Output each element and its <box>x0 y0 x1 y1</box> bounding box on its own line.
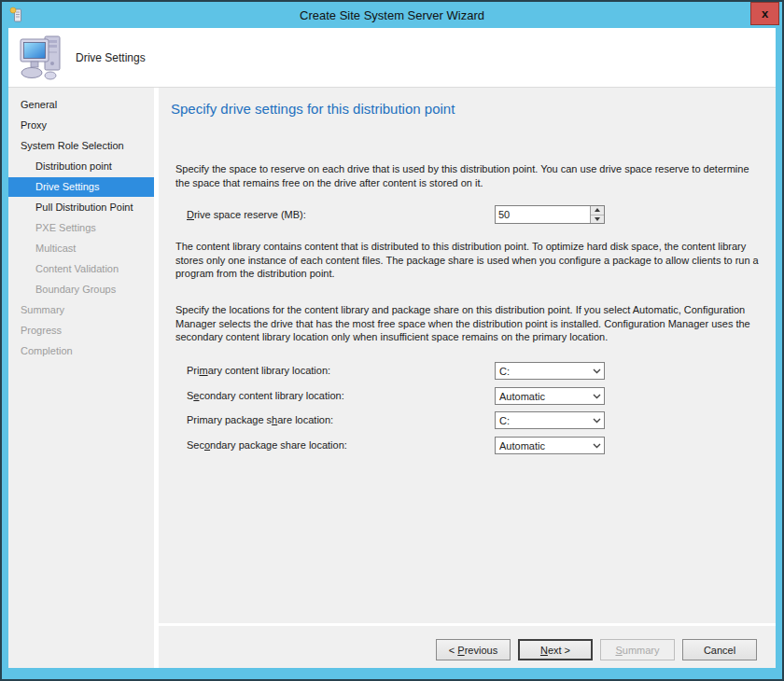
wizard-body: General Proxy System Role Selection Dist… <box>8 88 776 668</box>
cancel-button[interactable]: Cancel <box>682 639 757 660</box>
wizard-app-icon <box>8 7 25 23</box>
down-arrow-icon <box>595 217 600 221</box>
chevron-down-icon <box>589 443 604 449</box>
drive-space-reserve-label: Drive space reserve (MB): <box>187 206 306 224</box>
secondary-package-share-label: Secondary package share location: <box>187 437 347 454</box>
drive-space-reserve-spinner <box>495 205 605 224</box>
previous-button[interactable]: < Previous <box>436 639 511 660</box>
main-column: Specify drive settings for this distribu… <box>159 88 776 668</box>
nav-item-pxe-settings: PXE Settings <box>8 218 154 238</box>
secondary-package-share-value: Automatic <box>496 440 589 452</box>
nav-item-proxy[interactable]: Proxy <box>8 116 154 135</box>
spinner-up-button[interactable] <box>591 206 604 215</box>
window-title: Create Site System Server Wizard <box>300 8 484 22</box>
up-arrow-icon <box>595 208 600 212</box>
spinner-buttons <box>590 206 604 223</box>
page-content: Specify drive settings for this distribu… <box>159 88 776 623</box>
button-bar: < Previous Next > Summary Cancel <box>159 626 776 668</box>
secondary-package-share-select[interactable]: Automatic <box>495 437 605 454</box>
secondary-content-library-select[interactable]: Automatic <box>495 387 605 405</box>
nav-item-distribution-point[interactable]: Distribution point <box>8 157 154 176</box>
primary-content-library-select[interactable]: C: <box>495 362 605 380</box>
wizard-banner: Drive Settings <box>8 28 776 88</box>
spinner-down-button[interactable] <box>591 215 604 224</box>
nav-item-general[interactable]: General <box>8 95 154 115</box>
nav-item-pull-distribution-point[interactable]: Pull Distribution Point <box>8 198 154 217</box>
chevron-down-icon <box>589 418 604 424</box>
nav-item-summary: Summary <box>8 300 154 320</box>
content-heading: Specify drive settings for this distribu… <box>171 101 455 117</box>
primary-package-share-value: C: <box>496 415 589 426</box>
locations-description: Specify the locations for the content li… <box>175 303 765 344</box>
nav-item-content-validation: Content Validation <box>8 259 154 279</box>
computer-icon <box>19 34 65 82</box>
close-button[interactable]: x <box>750 2 779 25</box>
primary-content-library-label: Primary content library location: <box>187 362 330 380</box>
nav-item-completion: Completion <box>8 341 154 361</box>
primary-content-library-value: C: <box>496 366 589 377</box>
wizard-window: Create Site System Server Wizard x <box>0 0 784 681</box>
nav-item-multicast: Multicast <box>8 239 154 258</box>
nav-item-progress: Progress <box>8 321 154 340</box>
secondary-content-library-value: Automatic <box>496 391 589 402</box>
content-library-description: The content library contains content tha… <box>175 240 765 281</box>
drive-reserve-description: Specify the space to reserve on each dri… <box>175 162 765 189</box>
wizard-nav: General Proxy System Role Selection Dist… <box>8 88 154 668</box>
chevron-down-icon <box>589 394 604 399</box>
drive-space-reserve-input[interactable] <box>496 206 590 223</box>
secondary-content-library-label: Secondary content library location: <box>187 387 344 405</box>
nav-item-boundary-groups: Boundary Groups <box>8 280 154 299</box>
nav-item-drive-settings[interactable]: Drive Settings <box>8 177 154 197</box>
summary-button: Summary <box>600 639 675 660</box>
nav-item-system-role-selection[interactable]: System Role Selection <box>8 136 154 156</box>
primary-package-share-label: Primary package share location: <box>187 411 333 429</box>
page-title: Drive Settings <box>76 51 146 64</box>
next-button[interactable]: Next > <box>518 639 593 660</box>
primary-package-share-select[interactable]: C: <box>495 411 605 429</box>
client-area: Drive Settings General Proxy System Role… <box>8 28 776 668</box>
titlebar: Create Site System Server Wizard x <box>2 2 782 28</box>
chevron-down-icon <box>589 368 604 374</box>
